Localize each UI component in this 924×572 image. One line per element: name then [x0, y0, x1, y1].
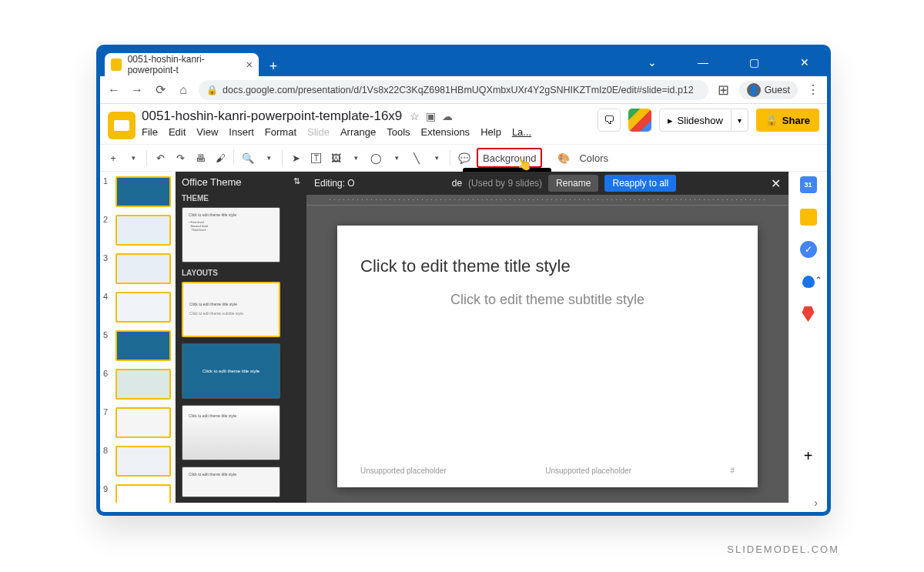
slideshow-dropdown-icon[interactable]: ▾: [731, 109, 748, 131]
slide-title-placeholder[interactable]: Click to edit theme title style: [360, 256, 735, 276]
move-icon[interactable]: ▣: [426, 110, 436, 122]
workspace: 123456789 Office Theme ⇅ THEME Click to …: [100, 172, 827, 503]
menu-edit[interactable]: Edit: [169, 126, 186, 138]
slide-thumbnail[interactable]: [116, 215, 171, 246]
menu-help[interactable]: Help: [480, 126, 501, 138]
canvas-area: Editing: O de (Used by 9 slides) Rename …: [306, 172, 788, 503]
slides-logo-icon[interactable]: [108, 112, 136, 139]
placeholder-center: Unsupported placeholder: [545, 467, 631, 475]
profile-button[interactable]: 👤 Guest: [739, 81, 798, 99]
side-panel-rail: 31 ✓ +: [788, 172, 827, 503]
lock-icon: 🔒: [206, 85, 218, 95]
textbox-tool-icon[interactable]: 🅃: [307, 148, 324, 168]
reapply-button[interactable]: Reapply to all: [604, 175, 676, 192]
menu-file[interactable]: File: [142, 126, 158, 138]
theme-section-label: THEME: [182, 194, 300, 202]
theme-sort-icon[interactable]: ⇅: [293, 176, 300, 188]
browser-tab[interactable]: 0051-hoshin-kanri-powerpoint-t ×: [105, 53, 259, 76]
menu-format[interactable]: Format: [265, 126, 296, 138]
shape-dropdown-icon[interactable]: ▾: [388, 148, 405, 168]
theme-colors-button[interactable]: Colors: [576, 148, 611, 168]
shape-tool-icon[interactable]: ◯: [367, 148, 385, 168]
print-icon[interactable]: 🖶: [192, 148, 209, 168]
slide-thumbnail[interactable]: [116, 369, 171, 400]
menu-arrange[interactable]: Arrange: [340, 126, 376, 138]
slide-thumbnail[interactable]: [116, 253, 171, 284]
slide-thumbnail[interactable]: [116, 446, 171, 477]
theme-master-thumb[interactable]: Click to edit theme title style • First …: [182, 207, 280, 263]
theme-editor-bar: Editing: O de (Used by 9 slides) Rename …: [306, 172, 788, 195]
zoom-icon[interactable]: 🔍: [239, 148, 257, 168]
calendar-icon[interactable]: 31: [800, 176, 817, 193]
layout-thumb[interactable]: Click to edit theme title style Click to…: [182, 282, 280, 337]
menu-la[interactable]: La...: [512, 126, 531, 138]
new-slide-dropdown-icon[interactable]: ▾: [125, 148, 142, 168]
window-close-icon[interactable]: ✕: [788, 51, 821, 74]
redo-icon[interactable]: ↷: [172, 148, 189, 168]
layout-thumb[interactable]: Click to edit theme title style: [182, 405, 280, 460]
maps-icon[interactable]: [800, 306, 817, 323]
profile-label: Guest: [765, 85, 790, 95]
paint-format-icon[interactable]: 🖌: [212, 148, 229, 168]
select-tool-icon[interactable]: ➤: [287, 148, 304, 168]
home-icon[interactable]: ⌂: [176, 82, 191, 98]
menu-tools[interactable]: Tools: [387, 126, 410, 138]
image-tool-icon[interactable]: 🖼: [327, 148, 344, 168]
share-button[interactable]: 🔒 Share: [756, 109, 819, 132]
menu-extensions[interactable]: Extensions: [421, 126, 470, 138]
layout-thumb[interactable]: Click to edit theme title style: [182, 343, 280, 399]
slide-thumbnail-rail[interactable]: 123456789: [100, 172, 176, 503]
share-label: Share: [782, 115, 810, 126]
menu-view[interactable]: View: [196, 126, 218, 138]
forward-icon[interactable]: →: [129, 82, 145, 98]
reload-icon[interactable]: ⟳: [152, 82, 168, 98]
slide-thumbnail[interactable]: [116, 407, 171, 438]
undo-icon[interactable]: ↶: [152, 148, 169, 168]
meet-button[interactable]: [628, 109, 651, 132]
collapse-toolbar-icon[interactable]: ⌃: [815, 275, 822, 286]
slide-thumbnail[interactable]: [116, 176, 171, 207]
slideshow-button[interactable]: ▸Slideshow ▾: [659, 109, 748, 132]
close-editor-icon[interactable]: ✕: [771, 176, 781, 191]
layout-thumb[interactable]: Click to edit theme title style: [182, 467, 280, 497]
menu-insert[interactable]: Insert: [229, 126, 254, 138]
line-dropdown-icon[interactable]: ▾: [428, 148, 445, 168]
slide-thumbnail[interactable]: [116, 330, 171, 361]
document-title[interactable]: 0051-hoshin-kanri-powerpoint-template-16…: [142, 109, 402, 124]
zoom-dropdown-icon[interactable]: ▾: [260, 148, 277, 168]
address-bar[interactable]: 🔒 docs.google.com/presentation/d/1Vs8x22…: [199, 80, 708, 100]
line-tool-icon[interactable]: ╲: [408, 148, 425, 168]
tasks-icon[interactable]: ✓: [800, 241, 817, 258]
keep-icon[interactable]: [800, 209, 817, 226]
thumb-number: 5: [103, 330, 111, 340]
slide-canvas[interactable]: Click to edit theme title style Click to…: [337, 226, 758, 487]
background-button[interactable]: Background 👆 Change background: [477, 148, 542, 168]
add-addon-icon[interactable]: +: [800, 447, 817, 464]
placeholder-number: #: [730, 467, 735, 475]
thumb-number: 4: [103, 292, 111, 301]
back-icon[interactable]: ←: [106, 82, 122, 98]
url-text: docs.google.com/presentation/d/1Vs8x22C3…: [223, 85, 694, 95]
slide-thumbnail[interactable]: [116, 292, 171, 323]
window-maximize-icon[interactable]: ▢: [738, 51, 770, 74]
tab-close-icon[interactable]: ×: [246, 59, 253, 71]
image-dropdown-icon[interactable]: ▾: [347, 148, 364, 168]
comment-tool-icon[interactable]: 💬: [455, 148, 474, 168]
thumb-number: 9: [103, 484, 111, 493]
cloud-status-icon[interactable]: ☁: [442, 110, 453, 122]
thumb-number: 2: [103, 215, 111, 224]
browser-window: ⌄ — ▢ ✕ 0051-hoshin-kanri-powerpoint-t ×…: [96, 45, 831, 516]
overflow-menu-icon[interactable]: ⋮: [805, 82, 821, 98]
slide-subtitle-placeholder[interactable]: Click to edit theme subtitle style: [360, 292, 735, 308]
used-by-label: (Used by 9 slides): [468, 178, 542, 189]
menu-slide[interactable]: Slide: [307, 126, 330, 138]
hide-sidepanel-icon[interactable]: ›: [814, 497, 818, 509]
star-icon[interactable]: ☆: [410, 110, 420, 122]
horizontal-ruler: [306, 195, 788, 206]
rename-button[interactable]: Rename: [548, 175, 598, 192]
comments-button[interactable]: 🗨: [598, 109, 621, 132]
new-slide-button[interactable]: +: [105, 148, 122, 168]
new-tab-button[interactable]: +: [263, 56, 283, 76]
theme-colors-icon[interactable]: 🎨: [554, 148, 573, 168]
slide-thumbnail[interactable]: [116, 484, 171, 503]
